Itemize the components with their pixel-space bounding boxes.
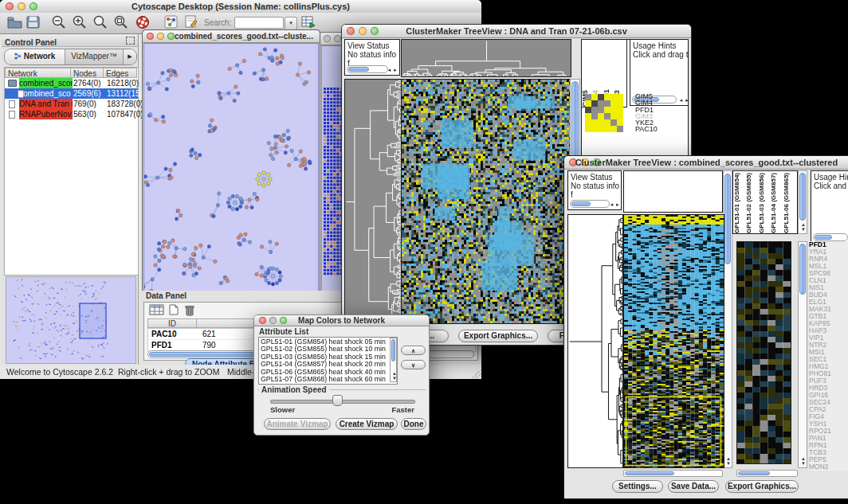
treeview1-titlebar[interactable]: ClusterMaker TreeView : DNA and Tran 07-… [342, 25, 691, 38]
zoomed-heatmap-canvas[interactable] [736, 241, 791, 464]
scroll-thumb[interactable] [799, 173, 806, 221]
network-tree-row[interactable]: RNAPuberNov2+ 563(0) 107847(0) [5, 109, 138, 119]
zoom-in-icon[interactable] [72, 15, 87, 33]
export-graphics-button[interactable]: Export Graphics... [458, 330, 538, 342]
settings-button[interactable]: Settings... [612, 480, 663, 493]
done-button[interactable]: Done [401, 418, 426, 430]
row-dendrogram-canvas[interactable] [567, 214, 623, 468]
close-button[interactable] [147, 33, 154, 40]
minimize-button[interactable] [334, 35, 341, 42]
search-dropdown-button[interactable]: ▼ [285, 17, 297, 30]
birdseye-view[interactable] [6, 276, 136, 364]
network-tree-row[interactable]: DNA and Tran 07 769(0) 183728(0) [5, 99, 138, 109]
zoom-fit-icon[interactable] [92, 15, 108, 33]
faster-label: Faster [391, 405, 414, 414]
move-down-button[interactable]: ∨ [401, 360, 426, 369]
resize-grip[interactable] [473, 370, 481, 378]
column-label[interactable]: GPL51-06 (GSM865) [783, 171, 791, 233]
cell-value: 790 [202, 340, 216, 350]
treeview2-titlebar[interactable]: ClusterMaker TreeView : combined_scores_… [564, 156, 848, 170]
save-icon[interactable] [26, 15, 41, 32]
scroll-arrows[interactable]: ◄ ► [387, 68, 398, 72]
scroll-thumb[interactable] [571, 201, 591, 206]
birdseye-canvas[interactable] [6, 277, 134, 361]
usage-hints-message: Click and drag to [814, 182, 848, 190]
tab-overflow-button[interactable]: ▶ [123, 49, 136, 64]
column-labels-scrollbar[interactable]: ▲▼ [798, 170, 807, 234]
row-dendrogram-canvas[interactable] [344, 79, 402, 324]
attribute-listbox: GPL51-01 (GSM854) heat shock 05 minGPL51… [258, 337, 398, 385]
tab-vizmapper[interactable]: VizMapper™ [65, 49, 123, 64]
close-button[interactable] [324, 35, 331, 42]
scroll-thumb[interactable] [625, 471, 674, 475]
animation-group: Animation Speed Slower Faster [257, 389, 426, 414]
save-data-button[interactable]: Save Data... [668, 480, 719, 493]
view-status-scrollbar[interactable] [347, 65, 388, 73]
scroll-arrows[interactable]: ▲▼ [726, 456, 731, 466]
gene-list-scrollbar[interactable]: ▲▼ [798, 241, 807, 468]
scroll-thumb[interactable] [738, 471, 770, 475]
export-graphics-button[interactable]: Export Graphics... [725, 480, 799, 493]
main-titlebar[interactable]: Cytoscape Desktop (Session Name: collins… [0, 0, 481, 14]
network-item-icon [9, 111, 15, 119]
network-canvas[interactable] [143, 43, 319, 293]
scroll-arrows[interactable]: ▲▼ [801, 456, 806, 466]
heatmap-canvas[interactable] [401, 79, 571, 324]
minimize-button[interactable] [157, 33, 164, 40]
speed-slider-thumb[interactable] [332, 395, 343, 406]
network-tree-row[interactable]: combined_scores_ 2764(0) 16218(0) [5, 78, 138, 88]
network-view-titlebar[interactable]: combined_scores_good.txt--cluste... [143, 30, 320, 43]
network-item-edges: 183728(0) [107, 99, 140, 109]
new-attribute-icon[interactable] [168, 304, 179, 318]
gene-label[interactable]: MON2 [809, 463, 848, 471]
zoom-selected-icon[interactable] [113, 15, 128, 33]
zoomed-heatmap-canvas[interactable] [585, 94, 623, 132]
view-status-message: No status info f [571, 182, 619, 199]
scroll-arrows[interactable]: ◄ ► [678, 98, 689, 103]
usage-hints-scrollbar[interactable] [813, 233, 848, 241]
create-vizmap-button[interactable]: Create Vizmap [336, 418, 398, 430]
column-label[interactable]: GPL51-01 (GSM854) [733, 171, 742, 233]
move-up-button[interactable]: ∧ [401, 346, 426, 355]
attribute-table-icon[interactable] [149, 304, 164, 318]
scroll-thumb[interactable] [815, 235, 832, 240]
column-dendrogram-canvas[interactable] [401, 39, 571, 77]
column-header-nodes[interactable]: Nodes [70, 68, 104, 78]
scroll-thumb[interactable] [348, 67, 369, 72]
delete-attribute-icon[interactable] [184, 304, 195, 319]
column-label[interactable]: GPL51-02 (GSM855) [745, 171, 754, 233]
network-tree-row[interactable]: combined_sco 2569(6) 13112(15) [5, 88, 138, 99]
scroll-thumb[interactable] [799, 244, 806, 295]
column-label[interactable]: GPL51-04 (GSM857) [770, 171, 779, 233]
status-hint-middle: Middle- [227, 367, 254, 377]
attribute-list-scrollbar[interactable]: ▲▼ [390, 338, 397, 382]
scroll-arrows[interactable]: ◄ ► [609, 202, 620, 207]
column-label[interactable]: GPL51-03 (GSM856) [758, 171, 767, 233]
desktop: Cytoscape Desktop (Session Name: collins… [0, 0, 848, 504]
float-panel-icon[interactable] [126, 37, 135, 45]
animate-vizmap-button[interactable]: Animate Vizmap [264, 418, 331, 430]
row-label[interactable]: PAC10 [635, 126, 658, 132]
view-status-scrollbar[interactable] [570, 200, 610, 208]
dialog-titlebar[interactable]: Map Colors to Network [254, 315, 429, 326]
bottom-hscrollbar-zoom[interactable] [736, 470, 798, 477]
zoom-out-icon[interactable] [51, 15, 66, 33]
search-input[interactable] [234, 17, 284, 29]
speed-slider-track[interactable] [270, 400, 415, 404]
tab-network[interactable]: Network [5, 49, 65, 64]
open-file-icon[interactable] [6, 15, 23, 32]
view-status-panel: View Status No status info f ◄ ► [567, 170, 622, 210]
scroll-thumb[interactable] [391, 339, 395, 361]
column-header-id[interactable]: ID [147, 318, 197, 328]
bottom-hscrollbar[interactable] [623, 470, 723, 477]
column-header-network[interactable]: Network [5, 68, 71, 78]
scroll-arrows[interactable]: ▲▼ [801, 222, 806, 232]
vscroll-thumb[interactable] [724, 174, 731, 264]
heatmap-canvas[interactable] [623, 214, 724, 468]
column-header-edges[interactable]: Edges [103, 68, 137, 78]
dialog-title: Map Colors to Network [254, 315, 429, 326]
zoom-button[interactable] [167, 33, 175, 40]
vscroll-thumb[interactable] [571, 81, 579, 162]
scroll-arrows[interactable]: ▲▼ [392, 371, 397, 381]
attribute-item[interactable]: GPL51-07 (GSM868) heat shock 60 min [259, 376, 389, 383]
